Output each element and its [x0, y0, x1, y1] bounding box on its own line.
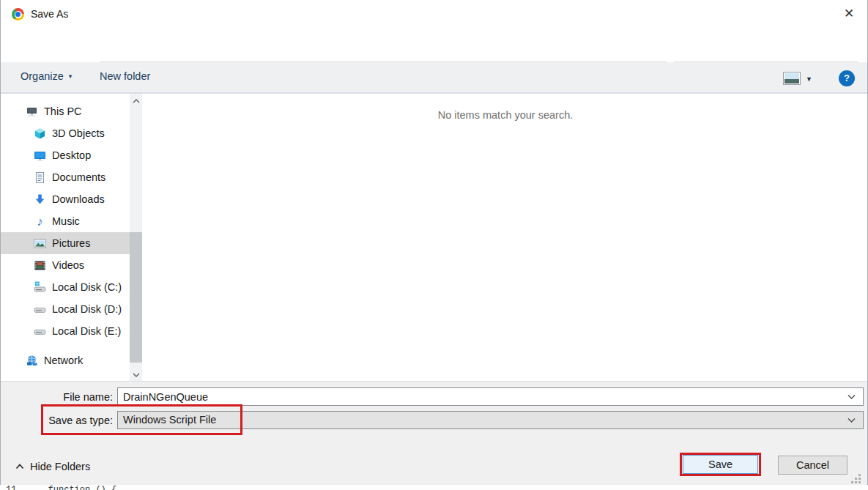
- close-button[interactable]: ✕: [835, 4, 863, 24]
- save-button[interactable]: Save: [683, 455, 758, 474]
- resize-grip[interactable]: [850, 473, 861, 484]
- scroll-down-icon[interactable]: [130, 368, 142, 381]
- disk-icon: [33, 302, 47, 316]
- save-as-type-value: Windows Script File: [123, 414, 216, 426]
- empty-results-message: No items match your search.: [143, 109, 868, 121]
- background-window-strip: 11 function () {: [0, 485, 868, 490]
- thumbnail-view-icon: [784, 73, 799, 83]
- view-dropdown-chevron-icon[interactable]: ▼: [806, 75, 812, 83]
- file-name-input[interactable]: [123, 389, 834, 404]
- disk-icon: [33, 324, 47, 338]
- scroll-up-icon[interactable]: [130, 94, 142, 107]
- sidebar-item-desktop[interactable]: Desktop: [1, 144, 130, 166]
- content-area: This PC 3D Objects: [1, 93, 867, 381]
- chrome-icon: [12, 8, 24, 21]
- sidebar-item-label: Local Disk (D:): [52, 303, 122, 315]
- sidebar-item-documents[interactable]: Documents: [1, 166, 130, 188]
- sidebar-item-local-disk-c[interactable]: Local Disk (C:): [1, 276, 130, 298]
- save-as-type-label: Save as type:: [1, 415, 113, 426]
- file-name-combobox[interactable]: [117, 387, 864, 406]
- hide-folders-label: Hide Folders: [30, 461, 90, 472]
- file-name-label: File name:: [1, 391, 113, 403]
- sidebar-item-label: Local Disk (C:): [52, 281, 122, 293]
- sidebar-scrollbar[interactable]: [130, 94, 142, 382]
- title-bar: Save As ✕: [1, 0, 867, 29]
- sidebar-item-music[interactable]: ♪ Music: [1, 210, 130, 232]
- chevron-down-icon[interactable]: [847, 394, 856, 400]
- downloads-icon: [33, 193, 47, 207]
- sidebar-item-3d-objects[interactable]: 3D Objects: [1, 122, 130, 144]
- sidebar-item-local-disk-e[interactable]: Local Disk (E:): [1, 320, 130, 342]
- hide-folders-toggle[interactable]: Hide Folders: [15, 461, 90, 472]
- disk-windows-icon: [33, 281, 47, 294]
- sidebar-item-videos[interactable]: Videos: [1, 254, 130, 276]
- cancel-button[interactable]: Cancel: [778, 456, 847, 475]
- sidebar-item-label: 3D Objects: [52, 127, 105, 139]
- sidebar-item-label: Videos: [52, 259, 84, 271]
- scrollbar-thumb[interactable]: [130, 232, 142, 363]
- sidebar-item-label: Documents: [52, 171, 105, 183]
- sidebar-item-pictures[interactable]: Pictures: [1, 232, 130, 254]
- dialog-title: Save As: [31, 8, 68, 20]
- sidebar-item-local-disk-d[interactable]: Local Disk (D:): [1, 298, 130, 320]
- command-toolbar: Organize ▾ New folder: [1, 62, 867, 93]
- 3d-objects-icon: [33, 127, 47, 141]
- organize-label: Organize: [21, 70, 64, 82]
- footer-panel: File name: Save as type: Windows Script …: [1, 381, 867, 485]
- sidebar-item-label: This PC: [44, 105, 82, 117]
- change-view-button[interactable]: [783, 72, 801, 85]
- background-code-fragment: 11 function () {: [6, 485, 116, 490]
- organize-button[interactable]: Organize ▾: [21, 70, 72, 82]
- this-pc-icon: [25, 105, 39, 119]
- sidebar-item-this-pc[interactable]: This PC: [1, 100, 130, 122]
- save-as-dialog: Save As ✕ ← → ↑ This PC Pict: [0, 0, 868, 485]
- sidebar-item-downloads[interactable]: Downloads: [1, 188, 130, 210]
- chevron-down-icon: ▾: [69, 73, 73, 80]
- videos-icon: [33, 259, 47, 272]
- documents-icon: [33, 171, 47, 185]
- sidebar-item-label: Local Disk (E:): [52, 325, 121, 337]
- pictures-icon: [33, 237, 47, 250]
- sidebar-item-label: Network: [44, 354, 83, 366]
- sidebar-item-network[interactable]: Network: [1, 349, 130, 371]
- sidebar-item-label: Music: [52, 215, 80, 227]
- help-button[interactable]: ?: [839, 70, 855, 86]
- new-folder-button[interactable]: New folder: [100, 70, 150, 82]
- navigation-pane: This PC 3D Objects: [1, 94, 130, 381]
- chevron-down-icon[interactable]: [847, 417, 856, 423]
- save-as-type-select[interactable]: Windows Script File: [117, 411, 864, 429]
- sidebar-item-label: Pictures: [52, 237, 90, 249]
- new-folder-label: New folder: [100, 70, 150, 82]
- navigation-bar: ← → ↑ This PC Pictures: [1, 29, 867, 62]
- network-icon: [25, 354, 39, 368]
- music-icon: ♪: [33, 215, 47, 229]
- desktop-icon: [33, 149, 47, 163]
- chevron-up-icon: [15, 464, 24, 469]
- sidebar-item-label: Downloads: [52, 193, 105, 205]
- sidebar-item-label: Desktop: [52, 149, 91, 161]
